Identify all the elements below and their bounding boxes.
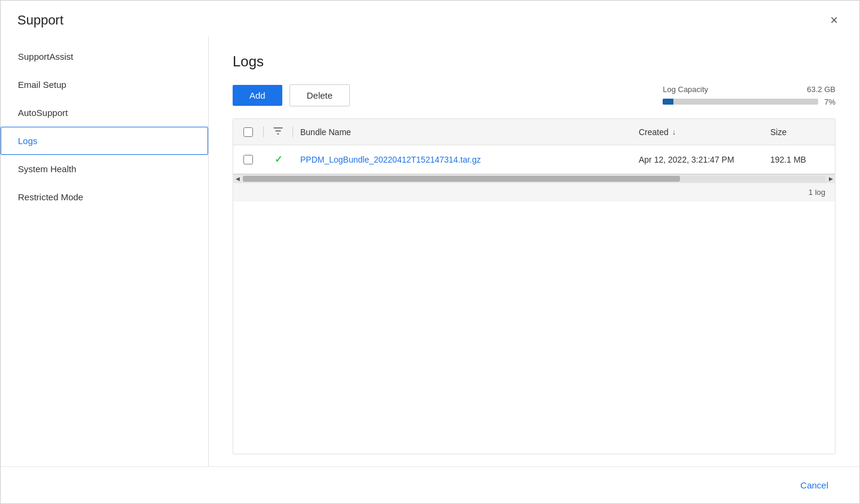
sidebar-item-logs[interactable]: Logs [1,127,208,155]
delete-button[interactable]: Delete [289,84,350,106]
col-size: Size [763,127,835,137]
bundle-name-link[interactable]: PPDM_LogBundle_20220412T152147314.tar.gz [300,155,481,164]
cancel-button[interactable]: Cancel [793,476,835,494]
capacity-percent: 7% [824,97,835,106]
capacity-section: Log Capacity 63.2 GB 7% [663,85,835,106]
table-footer: 1 log [233,182,835,201]
capacity-header: Log Capacity 63.2 GB [663,85,835,94]
capacity-bar-fill [663,99,673,105]
sidebar: SupportAssist Email Setup AutoSupport Lo… [1,36,209,466]
dialog-title: Support [17,13,63,28]
table-header: Bundle Name Created ↓ Size [233,119,835,145]
main-content: Logs Add Delete Log Capacity 63.2 GB 7% [209,36,859,466]
select-all-checkbox[interactable] [243,127,253,137]
scrollbar-track [243,176,825,182]
add-button[interactable]: Add [233,85,282,106]
capacity-total: 63.2 GB [807,85,835,94]
row-checkbox-cell [233,155,263,164]
sidebar-item-autosupport[interactable]: AutoSupport [1,99,208,127]
row-created: Apr 12, 2022, 3:21:47 PM [632,155,763,164]
scroll-right-arrow[interactable]: ▶ [827,175,835,183]
row-size: 192.1 MB [763,155,835,164]
header-filter-cell[interactable] [263,126,293,138]
header-checkbox-cell [233,127,263,137]
support-dialog: Support × SupportAssist Email Setup Auto… [0,0,860,504]
horizontal-scrollbar[interactable]: ◀ ▶ [233,174,835,182]
sidebar-item-restrictedmode[interactable]: Restricted Mode [1,183,208,211]
col-bundle-name: Bundle Name [293,127,632,137]
sort-arrow-icon: ↓ [672,127,676,136]
sidebar-item-emailsetup[interactable]: Email Setup [1,71,208,99]
dialog-footer: Cancel [1,466,859,503]
sidebar-item-supportassist[interactable]: SupportAssist [1,42,208,71]
dialog-body: SupportAssist Email Setup AutoSupport Lo… [1,36,859,466]
page-title: Logs [233,53,835,70]
close-button[interactable]: × [825,11,843,29]
row-count: 1 log [809,188,825,197]
scrollbar-thumb [243,176,680,182]
col-created[interactable]: Created ↓ [632,127,763,137]
row-status-cell: ✓ [263,154,293,165]
capacity-label: Log Capacity [663,85,708,94]
scroll-left-arrow[interactable]: ◀ [233,175,242,183]
status-check-icon: ✓ [275,154,282,165]
row-bundle-name: PPDM_LogBundle_20220412T152147314.tar.gz [293,155,632,164]
capacity-bar-row: 7% [663,97,835,106]
logs-table: Bundle Name Created ↓ Size [233,118,835,454]
dialog-header: Support × [1,1,859,36]
sidebar-item-systemhealth[interactable]: System Health [1,155,208,183]
capacity-bar-bg [663,99,818,105]
filter-icon [273,126,283,138]
toolbar: Add Delete Log Capacity 63.2 GB 7% [233,84,835,106]
row-checkbox[interactable] [243,155,253,164]
table-row: ✓ PPDM_LogBundle_20220412T152147314.tar.… [233,145,835,174]
